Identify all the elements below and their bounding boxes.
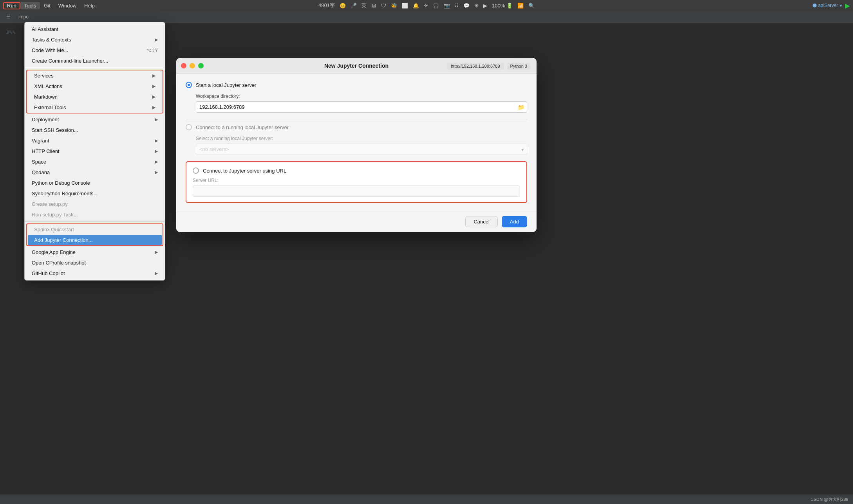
arrow-icon: ▶ — [155, 271, 158, 276]
run-config-btn[interactable]: ▶ — [845, 2, 850, 9]
shortcut-label: ⌥⇧Y — [146, 48, 158, 53]
workspace-dir-label: Workspace directory: — [196, 94, 527, 99]
option-running-server-label: Connect to a running local Jupyter serve… — [196, 124, 289, 130]
menu-item-vagrant[interactable]: Vagrant ▶ — [25, 135, 164, 146]
option-url-server[interactable]: Connect to Jupyter server using URL — [193, 167, 520, 174]
arrow-icon: ▶ — [152, 94, 155, 99]
menu-item-markdown[interactable]: Markdown ▶ — [28, 92, 162, 102]
menu-item-tasks-contexts[interactable]: Tasks & Contexts ▶ — [25, 34, 164, 45]
menu-item-code-with-me[interactable]: Code With Me... ⌥⇧Y — [25, 45, 164, 56]
dialog-body: Start a local Jupyter server Workspace d… — [176, 74, 537, 211]
arrow-icon: ▶ — [155, 117, 158, 122]
arrow-icon: ▶ — [155, 138, 158, 143]
server-select-wrapper: <no servers> ▾ — [196, 144, 527, 155]
api-server-label[interactable]: apiServer ▾ — [813, 3, 842, 8]
arrow-icon: ▶ — [155, 250, 158, 255]
menubar-right: apiServer ▾ ▶ — [813, 2, 850, 9]
workspace-dir-input[interactable] — [196, 102, 518, 112]
tools-dropdown-menu: AI Assistant Tasks & Contexts ▶ Code Wit… — [24, 22, 165, 281]
emoji-icon: 😊 — [340, 3, 346, 9]
menu-item-github-copilot[interactable]: GitHub Copilot ▶ — [25, 268, 164, 279]
menu-item-xml-actions[interactable]: XML Actions ▶ — [28, 81, 162, 92]
server-url-label: Server URL: — [193, 178, 520, 183]
radio-running-server[interactable] — [186, 124, 192, 130]
monitor-icon: 🖥 — [371, 3, 376, 9]
arrow-icon: ▶ — [152, 73, 155, 78]
dialog-footer: Cancel Add — [176, 211, 537, 232]
dialog-window-controls — [181, 63, 204, 68]
dialog-minimize-button[interactable] — [190, 63, 195, 68]
server-url-field: Server URL: — [193, 178, 520, 197]
bt-icon: ✳ — [474, 3, 479, 9]
menu-item-qodana[interactable]: Qodana ▶ — [25, 167, 164, 178]
menu-item-run-setup: Run setup.py Task... — [25, 209, 164, 220]
bell-icon: 🔔 — [413, 3, 419, 9]
arrow-icon: ▶ — [155, 37, 158, 42]
mic-icon: 🎤 — [351, 3, 357, 9]
workspace-dir-input-wrapper: 📁 — [196, 101, 527, 113]
divider — [186, 119, 527, 119]
dialog-close-button[interactable] — [181, 63, 186, 68]
menu-item-sync-requirements[interactable]: Sync Python Requirements... — [25, 188, 164, 199]
arrow-icon: ▶ — [155, 149, 158, 154]
add-button[interactable]: Add — [502, 216, 527, 227]
python-badge: Python 3 — [507, 63, 530, 70]
wifi-icon: 📶 — [517, 3, 524, 9]
bee-icon: 🐝 — [391, 3, 397, 9]
radio-local-server[interactable] — [186, 82, 192, 88]
menu-item-space[interactable]: Space ▶ — [25, 157, 164, 167]
search-mac-icon[interactable]: 🔍 — [528, 3, 535, 9]
option-local-server[interactable]: Start a local Jupyter server — [186, 82, 527, 88]
camera-icon: 📷 — [444, 3, 450, 9]
battery-icon: 100% 🔋 — [492, 3, 513, 9]
arrow-icon: ▶ — [152, 105, 155, 110]
option-running-server[interactable]: Connect to a running local Jupyter serve… — [186, 124, 527, 130]
main-content: ☰ impo #%% AI Assistant Tasks & Contexts… — [0, 11, 853, 504]
menu-item-python-console[interactable]: Python or Debug Console — [25, 178, 164, 188]
server-select[interactable]: <no servers> — [196, 144, 527, 155]
new-jupyter-connection-dialog: New Jupyter Connection http://192.168.1.… — [176, 58, 537, 232]
option-local-server-label: Start a local Jupyter server — [196, 82, 257, 88]
cancel-button[interactable]: Cancel — [465, 216, 497, 227]
menu-item-add-jupyter[interactable]: Add Jupyter Connection... — [28, 235, 162, 245]
folder-browse-icon[interactable]: 📁 — [518, 104, 524, 110]
separator-2 — [25, 221, 165, 222]
arrow-icon: ▶ — [152, 84, 155, 89]
menu-item-cprofile[interactable]: Open CProfile snapshot — [25, 257, 164, 268]
menu-item-ai-assistant[interactable]: AI Assistant — [25, 24, 164, 34]
radio-url-server[interactable] — [193, 167, 199, 174]
lang-icon: 英 — [361, 2, 367, 9]
option-url-server-label: Connect to Jupyter server using URL — [203, 168, 286, 174]
running-server-label: Select a running local Jupyter server: — [196, 136, 527, 141]
arrow-icon: ▶ — [155, 159, 158, 164]
menu-item-sphinx: Sphinx Quickstart — [28, 224, 162, 235]
separator-1 — [25, 68, 165, 68]
menu-item-google-app-engine[interactable]: Google App Engine ▶ — [25, 247, 164, 257]
url-section: Connect to Jupyter server using URL Serv… — [186, 161, 527, 203]
headphone-icon: 🎧 — [433, 3, 439, 9]
menu-item-start-ssh[interactable]: Start SSH Session... — [25, 125, 164, 135]
menubar-window[interactable]: Window — [54, 2, 80, 9]
dialog-maximize-button[interactable] — [198, 63, 204, 68]
menubar: Run Tools Git Window Help 4801字 😊 🎤 英 🖥 … — [0, 0, 853, 11]
server-url-input[interactable] — [193, 185, 520, 197]
url-bar: http://192.168.1.209:6789 — [447, 63, 504, 70]
play-icon: ▶ — [483, 3, 487, 9]
menu-item-create-setup: Create setup.py — [25, 199, 164, 209]
menubar-run[interactable]: Run — [3, 2, 20, 9]
menubar-tools[interactable]: Tools — [20, 2, 40, 9]
menubar-git[interactable]: Git — [40, 2, 54, 9]
menubar-center-info: 4801字 😊 🎤 英 🖥 🛡 🐝 ⬜ 🔔 ✈ 🎧 📷 ⠿ 💬 ✳ ▶ 100%… — [318, 2, 535, 9]
menu-item-external-tools[interactable]: External Tools ▶ — [28, 102, 162, 113]
dialog-title: New Jupyter Connection — [324, 63, 389, 69]
menu-item-deployment[interactable]: Deployment ▶ — [25, 114, 164, 125]
menu-item-services[interactable]: Services ▶ — [28, 70, 162, 81]
dots-icon: ⠿ — [455, 3, 459, 9]
send-icon: ✈ — [424, 3, 428, 9]
menu-item-http-client[interactable]: HTTP Client ▶ — [25, 146, 164, 157]
shield-icon: 🛡 — [381, 3, 386, 9]
menu-item-create-launcher[interactable]: Create Command-line Launcher... — [25, 56, 164, 66]
arrow-icon: ▶ — [155, 170, 158, 175]
word-count: 4801字 — [318, 2, 335, 9]
menubar-help[interactable]: Help — [80, 2, 99, 9]
